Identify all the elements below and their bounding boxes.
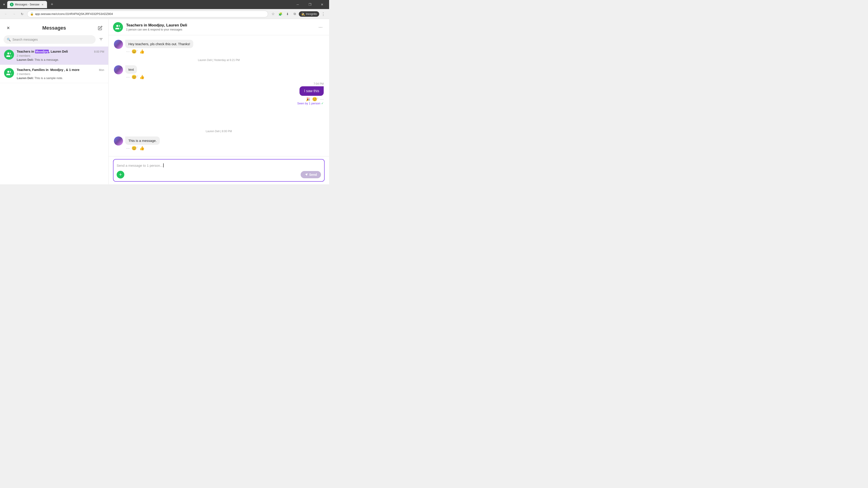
- conv-time-1: 8:00 PM: [94, 50, 104, 53]
- conv-preview-text-2: This is a sample note.: [35, 76, 63, 80]
- msg-avatar-1: [114, 40, 123, 49]
- msg-more-button-6[interactable]: ⋯: [126, 146, 130, 151]
- window-close-button[interactable]: ✕: [317, 1, 327, 8]
- chat-header-info: Teachers in Moodjoy, Lauren Deli 1 perso…: [126, 23, 313, 31]
- address-bar[interactable]: 🔒 app.seesaw.me/c/conv.01HR4FNQSKJRF4332…: [27, 11, 268, 18]
- msg-content-1: Hey teachers, pls check this out. Thanks…: [125, 40, 193, 54]
- window-minimize-button[interactable]: ─: [292, 1, 303, 8]
- conv-avatar-2: [4, 68, 14, 78]
- timestamp-5: Lauren Deli | 8:00 PM: [114, 130, 324, 133]
- tab-messages-seesaw[interactable]: S Messages - Seesaw ✕: [7, 1, 47, 8]
- msg-emoji-button-3[interactable]: 😊+: [131, 74, 138, 79]
- seen-by-label[interactable]: Seen by 1 person ✓: [297, 102, 324, 105]
- msg-party-button-4[interactable]: 🎉: [306, 97, 310, 101]
- conv-members-2: 2 members: [17, 72, 104, 76]
- compose-message-button[interactable]: [96, 24, 104, 32]
- msg-thumbs-button-1[interactable]: 👍: [140, 49, 145, 54]
- search-input[interactable]: Search messages: [12, 38, 38, 41]
- chat-area: Teachers in Moodjoy, Lauren Deli 1 perso…: [108, 19, 329, 184]
- tab-favicon: S: [10, 3, 13, 6]
- conv-name-bold-2: Moodjoy: [50, 68, 63, 72]
- bookmark-button[interactable]: ☆: [270, 11, 276, 17]
- conv-name-2: Teachers, Families in Moodjoy , & 1 more: [17, 68, 80, 72]
- msg-more-button-3[interactable]: ⋯: [126, 75, 130, 79]
- msg-more-button-1[interactable]: ⋯: [126, 50, 130, 54]
- add-attachment-button[interactable]: +: [117, 171, 124, 178]
- seen-by-text: Seen by 1 person: [297, 102, 320, 105]
- svg-point-3: [7, 53, 9, 55]
- conv-time-2: Mon: [99, 68, 104, 72]
- send-button-label: Send: [309, 173, 317, 176]
- conv-name-highlight-1: Moodjoy: [35, 50, 49, 53]
- incognito-label: Incognito: [306, 12, 317, 15]
- conv-preview-text-1: This is a message.: [35, 58, 59, 61]
- msg-bubble-1: Hey teachers, pls check this out. Thanks…: [125, 40, 193, 48]
- extensions-button[interactable]: 🧩: [277, 11, 283, 17]
- msg-emoji-button-4[interactable]: 😊+: [312, 97, 318, 102]
- lock-icon: 🔒: [30, 12, 34, 15]
- message-1: Hey teachers, pls check this out. Thanks…: [114, 40, 324, 54]
- conv-avatar-1: [4, 50, 14, 60]
- forward-button[interactable]: →: [11, 11, 17, 17]
- input-bottom-row: + Send: [117, 171, 321, 178]
- input-area: Send a message to 1 person... + Send: [108, 156, 329, 184]
- sidebar: ✕ Messages 🔍 Search messages: [0, 19, 108, 184]
- svg-point-4: [7, 71, 9, 73]
- svg-point-5: [116, 25, 118, 27]
- window-maximize-button[interactable]: ❐: [305, 1, 315, 8]
- message-6: This is a message. ⋯ 😊+ 👍: [114, 136, 324, 151]
- search-bar[interactable]: 🔍 Search messages: [4, 35, 96, 44]
- incognito-icon: 🕵: [301, 12, 305, 16]
- search-icon: 🔍: [7, 38, 11, 41]
- incognito-badge: 🕵 Incognito: [299, 11, 319, 17]
- reload-button[interactable]: ↻: [19, 11, 25, 17]
- msg-actions-outgoing-4: 🎉 😊+ ⋯: [306, 97, 324, 102]
- msg-emoji-button-1[interactable]: 😊+: [131, 49, 138, 54]
- message-4: 7:04 PM I saw this 🎉 😊+ ⋯ Seen by 1 pers…: [114, 82, 324, 105]
- message-3: text ⋯ 😊+ 👍: [114, 65, 324, 79]
- msg-bubble-3: text: [125, 65, 137, 74]
- msg-actions-3: ⋯ 😊+ 👍: [125, 74, 145, 79]
- sidebar-close-button[interactable]: ✕: [4, 24, 12, 32]
- conv-info-2: Teachers, Families in Moodjoy , & 1 more…: [17, 68, 104, 80]
- chat-header: Teachers in Moodjoy, Lauren Deli 1 perso…: [108, 19, 329, 35]
- sidebar-header: ✕ Messages: [0, 19, 108, 35]
- split-view-button[interactable]: ⧉: [291, 11, 298, 17]
- chat-header-menu-button[interactable]: ⋯: [316, 23, 324, 31]
- tab-title: Messages - Seesaw: [15, 3, 39, 6]
- message-input-box: Send a message to 1 person... + Send: [113, 159, 324, 182]
- conv-members-1: 2 members: [17, 54, 104, 57]
- msg-content-3: text ⋯ 😊+ 👍: [125, 65, 145, 79]
- conversation-item-2[interactable]: Teachers, Families in Moodjoy , & 1 more…: [0, 65, 108, 83]
- msg-time-4: 7:04 PM: [313, 82, 324, 86]
- chat-header-avatar: [113, 22, 123, 32]
- tab-close-button[interactable]: ✕: [41, 3, 44, 6]
- msg-actions-1: ⋯ 😊+ 👍: [125, 49, 193, 54]
- conversation-item-1[interactable]: Teachers in Moodjoy, Lauren Deli 8:00 PM…: [0, 46, 108, 65]
- conv-info-1: Teachers in Moodjoy, Lauren Deli 8:00 PM…: [17, 50, 104, 61]
- filter-button[interactable]: [97, 36, 105, 43]
- input-row: Send a message to 1 person...: [117, 162, 321, 168]
- download-button[interactable]: ⬇: [284, 11, 291, 17]
- msg-avatar-6: [114, 136, 123, 145]
- msg-bubble-6: This is a message.: [125, 136, 160, 145]
- new-tab-button[interactable]: +: [49, 1, 55, 7]
- msg-thumbs-button-6[interactable]: 👍: [140, 146, 145, 151]
- send-button[interactable]: Send: [301, 171, 321, 178]
- msg-actions-6: ⋯ 😊+ 👍: [125, 146, 160, 151]
- timestamp-2: Lauren Deli | Yesterday at 6:21 PM: [114, 59, 324, 62]
- back-button[interactable]: ←: [3, 11, 9, 17]
- conv-name-1: Teachers in Moodjoy, Lauren Deli: [17, 50, 68, 53]
- msg-emoji-button-6[interactable]: 😊+: [131, 146, 138, 151]
- conv-preview-sender-2: Lauren Deli:: [17, 76, 34, 80]
- conv-preview-sender-1: Lauren Deli:: [17, 58, 34, 61]
- message-input[interactable]: Send a message to 1 person...: [117, 162, 321, 168]
- msg-content-6: This is a message. ⋯ 😊+ 👍: [125, 136, 160, 151]
- msg-more-button-4[interactable]: ⋯: [320, 97, 324, 101]
- sidebar-title: Messages: [12, 25, 96, 31]
- msg-thumbs-button-3[interactable]: 👍: [140, 74, 145, 79]
- chat-header-subtitle: 1 person can see & respond to your messa…: [126, 28, 313, 31]
- tab-back-history[interactable]: ▼: [2, 2, 6, 7]
- more-button[interactable]: ⋮: [320, 11, 327, 17]
- messages-area: Hey teachers, pls check this out. Thanks…: [108, 35, 329, 156]
